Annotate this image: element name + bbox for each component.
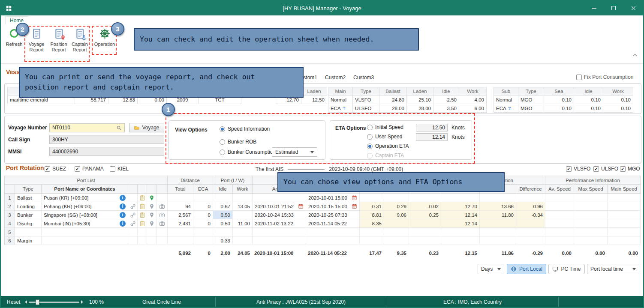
slider-handle[interactable] bbox=[36, 299, 39, 305]
link-icon[interactable] bbox=[128, 219, 138, 228]
titlebar: [HY BUSAN] Manager - Voyage bbox=[1, 1, 643, 15]
port-name-cell[interactable]: Pusan (KR) [+09:00] bbox=[42, 194, 128, 202]
note-icon[interactable] bbox=[138, 219, 147, 228]
link-icon[interactable] bbox=[128, 202, 138, 211]
port-rotation-title: Port Rotation bbox=[6, 164, 44, 171]
camera-icon[interactable] bbox=[156, 211, 168, 219]
ulsfo-checkbox[interactable]: ULSFO bbox=[593, 166, 618, 172]
port-row-6[interactable]: 6 Margin 0.33 bbox=[5, 236, 641, 245]
arrival-cell[interactable]: 2020-10-24 15:33 bbox=[253, 211, 306, 219]
arrival-cell[interactable]: 2020-11-02 13:22 bbox=[253, 219, 306, 228]
chevron-down-icon bbox=[632, 268, 636, 270]
port-local-time-dropdown[interactable]: Port local time bbox=[587, 264, 639, 274]
eca-icon bbox=[342, 106, 347, 111]
note-icon[interactable] bbox=[138, 194, 147, 202]
note-icon[interactable] bbox=[138, 211, 147, 219]
tab-custom3[interactable]: Custom3 bbox=[353, 75, 374, 81]
port-row-3[interactable]: 3 Bunker Singapore (SG) [+08:00] 2,567 0… bbox=[5, 211, 641, 219]
note-icon[interactable] bbox=[138, 202, 147, 211]
total-av-speed: 0.00 bbox=[545, 248, 574, 258]
status-eca: ECA : IMO, Each Country bbox=[387, 296, 558, 308]
port-name-cell[interactable]: Pohang (KR) [+09:00] bbox=[42, 202, 128, 211]
zoom-slider[interactable] bbox=[25, 296, 83, 308]
pin-icon[interactable] bbox=[147, 219, 156, 228]
tab-custom2[interactable]: Custom2 bbox=[325, 75, 346, 81]
close-button[interactable] bbox=[623, 1, 643, 15]
callout-badge-2: 2 bbox=[16, 23, 29, 36]
camera-icon[interactable] bbox=[156, 202, 168, 211]
days-dropdown[interactable]: Days bbox=[478, 264, 504, 274]
row-number: 2 bbox=[5, 202, 15, 211]
mgo-checkbox[interactable]: MGO bbox=[620, 166, 640, 172]
stat-cell: 8.35 bbox=[360, 219, 384, 228]
link-icon[interactable] bbox=[128, 211, 138, 219]
departure-cell[interactable]: 2020-11-14 05:22 bbox=[306, 219, 360, 228]
stat-cell bbox=[409, 219, 441, 228]
info-icon[interactable] bbox=[120, 212, 126, 218]
info-icon[interactable] bbox=[120, 195, 126, 201]
port-local-button[interactable]: Port Local bbox=[507, 264, 546, 274]
call-sign-input[interactable]: 300HY bbox=[49, 135, 164, 144]
pin-icon[interactable] bbox=[147, 202, 156, 211]
calendar-icon[interactable] bbox=[352, 195, 357, 200]
maximize-icon bbox=[611, 6, 616, 10]
maximize-button[interactable] bbox=[604, 1, 623, 15]
departure-cell[interactable]: 2020-10-01 15:00 bbox=[306, 194, 360, 202]
arrival-cell[interactable]: 2020-10-01 21:52 bbox=[253, 202, 306, 211]
total-departure: 2020-11-14 05:22 bbox=[306, 248, 359, 258]
callout-badge-3: 3 bbox=[111, 22, 124, 36]
voyage-button[interactable]: Voyage bbox=[129, 123, 164, 132]
ais-time: 2023-10-09 09:40 (GMT +09:00) bbox=[329, 166, 403, 172]
camera-icon[interactable] bbox=[156, 219, 168, 228]
port-name-cell[interactable]: Mumbai (IN) [+05:30] bbox=[42, 219, 128, 228]
vessel-tabs: Custom1 Custom2 Custom3 bbox=[297, 75, 374, 81]
minimize-button[interactable] bbox=[584, 1, 604, 15]
departure-cell[interactable]: 2020-10-25 07:33 bbox=[306, 211, 360, 219]
voyage-number-input[interactable]: NT0110 bbox=[49, 123, 125, 132]
app-window: [HY BUSAN] Manager - Voyage Home Refresh… bbox=[0, 0, 644, 308]
callout-box-reports bbox=[24, 26, 90, 62]
total-cell: 2,567 bbox=[168, 211, 193, 219]
checkbox-icon bbox=[75, 166, 80, 172]
ais-divider bbox=[288, 169, 325, 170]
status-anti-piracy: Anti Piracy : JWLA025 (21st Sep 2020) bbox=[215, 296, 387, 308]
totals-row: 5,092 0 2.00 24.05 2020-10-01 15:00 2020… bbox=[4, 248, 641, 258]
slider-track[interactable] bbox=[29, 302, 79, 303]
idle-cell: 0.50 bbox=[213, 219, 233, 228]
monitor-icon bbox=[552, 266, 558, 272]
fix-port-consumption-checkbox[interactable]: Fix Port Consumption bbox=[576, 74, 633, 80]
departure-cell[interactable]: 2020-10-15 15:00 bbox=[306, 202, 360, 211]
main-consumption-table: MainTypeBallastLadenIdleWork NormalVLSFO… bbox=[328, 87, 487, 113]
pc-time-button[interactable]: PC Time bbox=[548, 264, 585, 274]
status-great-circle: Great Circle Line bbox=[129, 296, 194, 308]
port-name-cell[interactable]: Singapore (SG) [+08:00] bbox=[42, 211, 128, 219]
ais-label: The first AIS bbox=[256, 166, 283, 172]
search-icon[interactable] bbox=[116, 125, 122, 131]
total-work: 24.05 bbox=[232, 248, 252, 258]
calendar-icon[interactable] bbox=[352, 203, 357, 209]
calendar-icon[interactable] bbox=[298, 203, 304, 209]
row-number: 1 bbox=[5, 194, 15, 202]
port-row-4[interactable]: 4 Dischg. Mumbai (IN) [+05:30] 2,431 0 0… bbox=[5, 219, 641, 228]
port-row-5[interactable]: 5 bbox=[5, 228, 641, 236]
reset-button[interactable]: Reset bbox=[7, 296, 20, 308]
info-icon[interactable] bbox=[120, 203, 126, 209]
laden-header: Laden bbox=[301, 87, 327, 96]
info-icon[interactable] bbox=[120, 221, 126, 227]
slider-left-arrow[interactable] bbox=[25, 300, 27, 304]
panama-checkbox[interactable]: PANAMA bbox=[75, 166, 104, 172]
pin-icon[interactable] bbox=[147, 211, 156, 219]
kiel-checkbox[interactable]: KIEL bbox=[110, 166, 129, 172]
pin-icon[interactable] bbox=[147, 194, 156, 202]
work-cell: 11.00 bbox=[233, 219, 253, 228]
vlsfo-checkbox[interactable]: VLSFO bbox=[566, 166, 590, 172]
total-cell: 94 bbox=[168, 202, 193, 211]
checkbox-icon bbox=[45, 166, 50, 172]
suez-checkbox[interactable]: SUEZ bbox=[45, 166, 66, 172]
port-row-1[interactable]: 1 Ballast Pusan (KR) [+09:00] 2020-10-01… bbox=[5, 194, 641, 202]
slider-right-arrow[interactable] bbox=[81, 300, 83, 304]
collapse-ribbon-icon[interactable] bbox=[632, 52, 638, 58]
mmsi-input[interactable]: 440002690 bbox=[49, 147, 164, 156]
difference-cell: -0.34 bbox=[516, 211, 545, 219]
port-row-2[interactable]: 2 Loading Pohang (KR) [+09:00] 94 0 0.67… bbox=[5, 202, 641, 211]
